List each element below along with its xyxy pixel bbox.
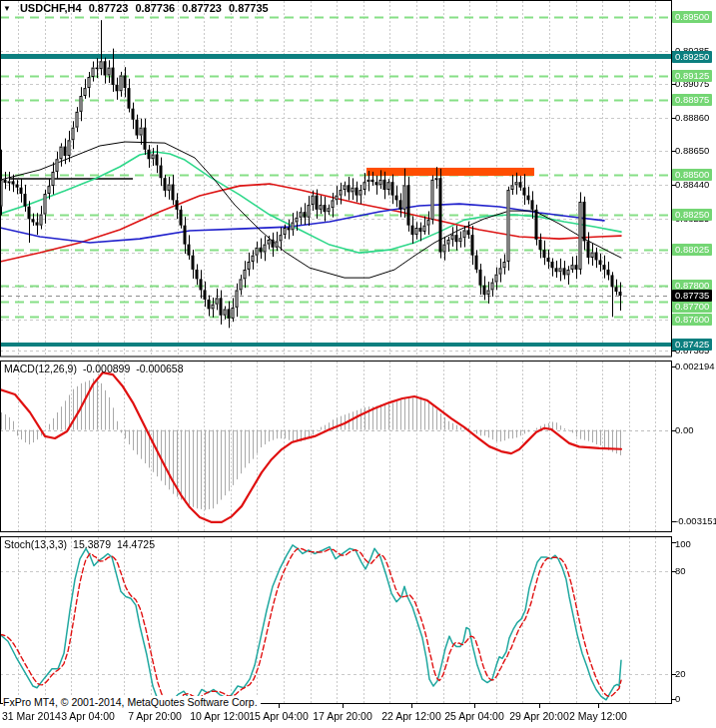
symbol-dropdown-icon[interactable]: ▼ — [3, 4, 11, 13]
chart-canvas[interactable] — [0, 0, 716, 728]
mt4-chart-window: ▼USDCHF,H40.877230.877360.877230.87735 M… — [0, 0, 716, 728]
